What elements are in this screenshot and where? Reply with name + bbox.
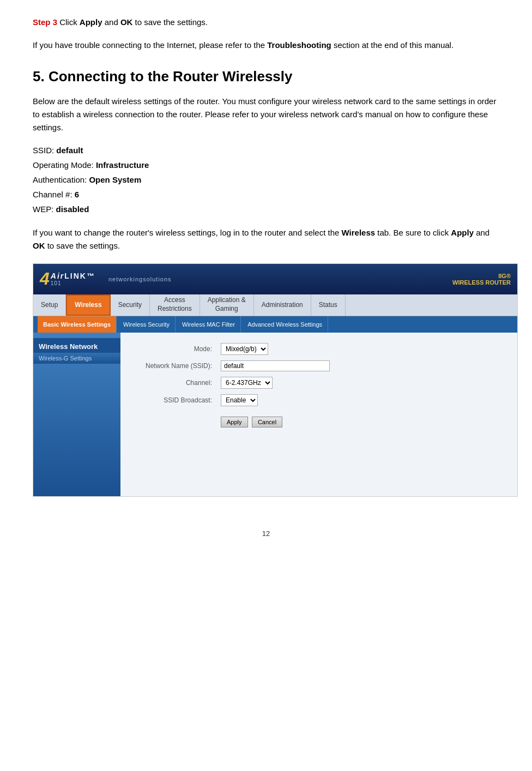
nav-application-gaming[interactable]: Application &Gaming <box>200 294 254 316</box>
page-footer: 12 <box>33 529 499 538</box>
channel-select[interactable]: 6-2.437GHz <box>221 377 273 389</box>
auth-value: Open System <box>89 175 141 184</box>
router-logo-area: 4 AirLINK™ 101 networkingsolutions <box>40 267 172 291</box>
logo-text-area: AirLINK™ 101 <box>51 272 95 286</box>
section5-heading: 5. Connecting to the Router Wirelessly <box>33 68 499 85</box>
wireless-form-table: Mode: Mixed(g/b) Network Name (SSID): Ch… <box>129 340 509 430</box>
router-screenshot: 4 AirLINK™ 101 networkingsolutions IIG® … <box>33 263 518 497</box>
ssid-broadcast-field: Enable <box>216 391 509 409</box>
sub-nav: Basic Wireless Settings Wireless Securit… <box>33 316 517 333</box>
subnav-advanced-wireless[interactable]: Advanced Wireless Settings <box>242 316 328 333</box>
step3-paragraph: Step 3 Click Apply and OK to save the se… <box>33 16 499 29</box>
nav-status[interactable]: Status <box>311 294 346 316</box>
channel-field: 6-2.437GHz <box>216 374 509 391</box>
ssid-field <box>216 358 509 374</box>
apply-button[interactable]: Apply <box>221 417 248 427</box>
sidebar-title: Wireless Network <box>33 338 120 353</box>
buttons-cell: Apply Cancel <box>216 409 509 430</box>
router-header: 4 AirLINK™ 101 networkingsolutions IIG® … <box>33 264 517 294</box>
nav-setup[interactable]: Setup <box>33 294 66 316</box>
channel-label: Channel: <box>129 374 216 391</box>
router-body: Wireless Network Wireless-G Settings Mod… <box>33 333 517 496</box>
wep-value: disabled <box>56 204 89 214</box>
channel-row: Channel: 6-2.437GHz <box>129 374 509 391</box>
wep-line: WEP: disabled <box>33 202 499 216</box>
wireless-router-badge: IIG® WIRELESS ROUTER <box>452 273 511 286</box>
mode-field: Mixed(g/b) <box>216 340 509 358</box>
page-number: 12 <box>262 529 270 538</box>
cancel-button[interactable]: Cancel <box>252 417 282 427</box>
content-area: Mode: Mixed(g/b) Network Name (SSID): Ch… <box>120 333 517 496</box>
ssid-broadcast-label: SSID Broadcast: <box>129 391 216 409</box>
nav-wireless[interactable]: Wireless <box>66 294 110 316</box>
ssid-broadcast-row: SSID Broadcast: Enable <box>129 391 509 409</box>
mode-line: Operating Mode: Infrastructure <box>33 158 499 172</box>
mode-label: Mode: <box>129 340 216 358</box>
sidebar-sub: Wireless-G Settings <box>33 353 120 364</box>
nav-bar: Setup Wireless Security AccessRestrictio… <box>33 294 517 316</box>
sidebar: Wireless Network Wireless-G Settings <box>33 333 120 496</box>
auth-line: Authentication: Open System <box>33 172 499 187</box>
mode-select[interactable]: Mixed(g/b) <box>221 343 268 355</box>
step-text: Click Apply and OK to save the settings. <box>57 17 208 27</box>
step-label: Step 3 <box>33 17 57 27</box>
channel-line: Channel #: 6 <box>33 187 499 202</box>
desc-para2: If you want to change the router's wirel… <box>33 226 499 252</box>
desc-para1: Below are the default wireless settings … <box>33 95 499 134</box>
nav-access-restrictions[interactable]: AccessRestrictions <box>150 294 200 316</box>
buttons-row: Apply Cancel <box>129 409 509 430</box>
ssid-input[interactable] <box>221 360 330 371</box>
wireless-router-label: WIRELESS ROUTER <box>452 279 511 286</box>
ssid-line: SSID: default <box>33 143 499 158</box>
ssid-label: Network Name (SSID): <box>129 358 216 374</box>
ssid-value: default <box>56 146 83 155</box>
channel-value: 6 <box>75 190 79 199</box>
ssid-row: Network Name (SSID): <box>129 358 509 374</box>
logo-number: 4 <box>40 269 50 289</box>
ssid-broadcast-select[interactable]: Enable <box>221 394 258 406</box>
buttons-spacer <box>129 409 216 430</box>
networking-solutions: networkingsolutions <box>108 276 172 282</box>
nav-security[interactable]: Security <box>111 294 150 316</box>
logo-airlink: AirLINK™ <box>51 272 95 280</box>
trouble-paragraph: If you have trouble connecting to the In… <box>33 39 499 52</box>
logo-101: 101 <box>51 280 95 286</box>
settings-list: SSID: default Operating Mode: Infrastruc… <box>33 143 499 216</box>
airlink-logo: 4 AirLINK™ 101 <box>40 267 105 291</box>
subnav-wireless-security[interactable]: Wireless Security <box>118 316 176 333</box>
iig-label: IIG® <box>452 273 511 279</box>
subnav-mac-filter[interactable]: Wireless MAC Filter <box>177 316 241 333</box>
mode-row: Mode: Mixed(g/b) <box>129 340 509 358</box>
trouble-text: If you have trouble connecting to the In… <box>33 40 454 50</box>
subnav-basic-wireless[interactable]: Basic Wireless Settings <box>38 316 117 333</box>
nav-administration[interactable]: Administration <box>254 294 311 316</box>
mode-value: Infrastructure <box>96 160 149 170</box>
